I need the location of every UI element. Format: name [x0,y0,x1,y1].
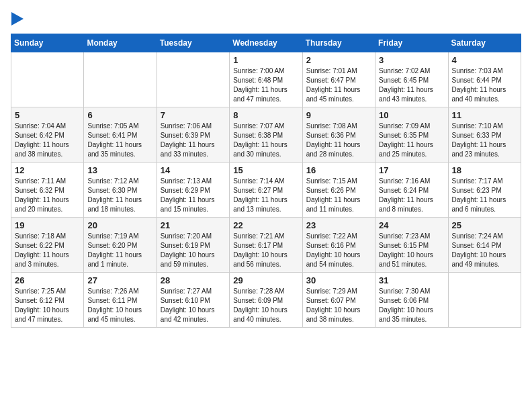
cell-info-line: and 56 minutes. [233,260,298,269]
cell-info-line: Sunrise: 7:10 AM [452,122,517,131]
day-number: 19 [15,220,80,230]
cell-info-line: Sunset: 6:24 PM [379,186,444,195]
calendar-cell [157,52,229,107]
cell-info-line: Sunrise: 7:28 AM [233,287,298,296]
cell-info-line: Sunset: 6:27 PM [233,186,298,195]
day-number: 6 [87,110,152,120]
cell-info-line: and 35 minutes. [379,315,444,324]
logo [11,11,24,26]
calendar-cell: 21Sunrise: 7:20 AMSunset: 6:19 PMDayligh… [157,218,229,273]
day-number: 1 [233,55,298,65]
cell-info-line: Sunrise: 7:21 AM [233,232,298,241]
cell-info-line: Daylight: 10 hours [379,250,444,260]
calendar-cell: 23Sunrise: 7:22 AMSunset: 6:16 PMDayligh… [302,218,375,273]
day-number: 17 [379,165,444,175]
cell-info-line: Sunrise: 7:02 AM [379,66,444,76]
cell-info-line: Sunset: 6:14 PM [452,241,517,250]
calendar-cell [11,52,84,107]
calendar-cell: 25Sunrise: 7:24 AMSunset: 6:14 PMDayligh… [448,218,521,273]
day-number: 20 [87,220,152,230]
cell-info-line: Sunrise: 7:06 AM [161,122,226,131]
cell-info-line: Sunset: 6:15 PM [379,241,444,250]
calendar-cell: 29Sunrise: 7:28 AMSunset: 6:09 PMDayligh… [230,273,302,328]
calendar-cell: 14Sunrise: 7:13 AMSunset: 6:29 PMDayligh… [157,163,229,218]
cell-info-line: Daylight: 11 hours [15,250,80,260]
calendar-cell: 15Sunrise: 7:14 AMSunset: 6:27 PMDayligh… [230,163,302,218]
cell-info-line: Daylight: 10 hours [233,306,298,315]
cell-info-line: Daylight: 10 hours [306,306,371,315]
cell-info-line: Daylight: 11 hours [15,140,80,150]
cell-info-line: Sunrise: 7:03 AM [452,66,517,76]
cell-info-line: Sunrise: 7:07 AM [233,122,298,131]
calendar-cell: 18Sunrise: 7:17 AMSunset: 6:23 PMDayligh… [448,163,521,218]
calendar-cell [448,273,521,328]
calendar-cell: 3Sunrise: 7:02 AMSunset: 6:45 PMDaylight… [375,52,448,107]
calendar-cell: 30Sunrise: 7:29 AMSunset: 6:07 PMDayligh… [302,273,375,328]
cell-info-line: Daylight: 11 hours [233,140,298,150]
day-number: 11 [452,110,517,120]
calendar-cell: 17Sunrise: 7:16 AMSunset: 6:24 PMDayligh… [375,163,448,218]
cell-info-line: Sunrise: 7:26 AM [87,287,152,296]
calendar-cell: 26Sunrise: 7:25 AMSunset: 6:12 PMDayligh… [11,273,84,328]
day-number: 14 [161,165,226,175]
cell-info-line: and 54 minutes. [306,260,371,269]
cell-info-line: and 38 minutes. [306,315,371,324]
cell-info-line: and 45 minutes. [87,315,152,324]
cell-info-line: Daylight: 11 hours [233,85,298,95]
cell-info-line: Daylight: 11 hours [233,195,298,205]
cell-info-line: and 47 minutes. [233,95,298,104]
cell-info-line: Daylight: 11 hours [161,195,226,205]
cell-info-line: and 13 minutes. [233,205,298,214]
cell-info-line: and 18 minutes. [87,205,152,214]
cell-info-line: Sunset: 6:10 PM [161,296,226,306]
calendar-cell: 7Sunrise: 7:06 AMSunset: 6:39 PMDaylight… [157,107,229,163]
calendar-cell: 11Sunrise: 7:10 AMSunset: 6:33 PMDayligh… [448,107,521,163]
cell-info-line: and 8 minutes. [379,205,444,214]
day-number: 4 [452,55,517,65]
calendar-table: SundayMondayTuesdayWednesdayThursdayFrid… [11,34,521,328]
cell-info-line: Sunset: 6:48 PM [233,76,298,85]
cell-info-line: Sunset: 6:32 PM [15,186,80,195]
svg-marker-0 [11,12,24,26]
cell-info-line: and 28 minutes. [306,150,371,159]
cell-info-line: and 6 minutes. [452,205,517,214]
cell-info-line: and 40 minutes. [452,95,517,104]
cell-info-line: Sunrise: 7:24 AM [452,232,517,241]
cell-info-line: Sunrise: 7:09 AM [379,122,444,131]
cell-info-line: Sunrise: 7:17 AM [452,177,517,186]
calendar-cell: 5Sunrise: 7:04 AMSunset: 6:42 PMDaylight… [11,107,84,163]
cell-info-line: Sunset: 6:30 PM [87,186,152,195]
calendar-cell: 13Sunrise: 7:12 AMSunset: 6:30 PMDayligh… [84,163,157,218]
cell-info-line: Daylight: 10 hours [452,250,517,260]
cell-info-line: Daylight: 10 hours [161,250,226,260]
cell-info-line: Daylight: 11 hours [306,195,371,205]
cell-info-line: Daylight: 11 hours [15,195,80,205]
calendar-cell: 12Sunrise: 7:11 AMSunset: 6:32 PMDayligh… [11,163,84,218]
cell-info-line: and 40 minutes. [233,315,298,324]
calendar-cell: 20Sunrise: 7:19 AMSunset: 6:20 PMDayligh… [84,218,157,273]
cell-info-line: and 11 minutes. [306,205,371,214]
cell-info-line: and 15 minutes. [161,205,226,214]
logo-flag-icon [11,12,24,28]
cell-info-line: and 45 minutes. [306,95,371,104]
day-number: 13 [87,165,152,175]
weekday-header-thursday: Thursday [302,34,375,52]
cell-info-line: Daylight: 11 hours [87,195,152,205]
cell-info-line: Sunset: 6:36 PM [306,131,371,140]
cell-info-line: and 49 minutes. [452,260,517,269]
day-number: 29 [233,275,298,285]
cell-info-line: and 47 minutes. [15,315,80,324]
cell-info-line: Sunrise: 7:04 AM [15,122,80,131]
cell-info-line: Sunset: 6:29 PM [161,186,226,195]
cell-info-line: Sunset: 6:06 PM [379,296,444,306]
day-number: 25 [452,220,517,230]
day-number: 5 [15,110,80,120]
calendar-cell: 28Sunrise: 7:27 AMSunset: 6:10 PMDayligh… [157,273,229,328]
calendar-cell: 8Sunrise: 7:07 AMSunset: 6:38 PMDaylight… [230,107,302,163]
cell-info-line: Sunrise: 7:12 AM [87,177,152,186]
day-number: 27 [87,275,152,285]
day-number: 18 [452,165,517,175]
calendar-cell: 19Sunrise: 7:18 AMSunset: 6:22 PMDayligh… [11,218,84,273]
cell-info-line: Sunrise: 7:20 AM [161,232,226,241]
day-number: 31 [379,275,444,285]
